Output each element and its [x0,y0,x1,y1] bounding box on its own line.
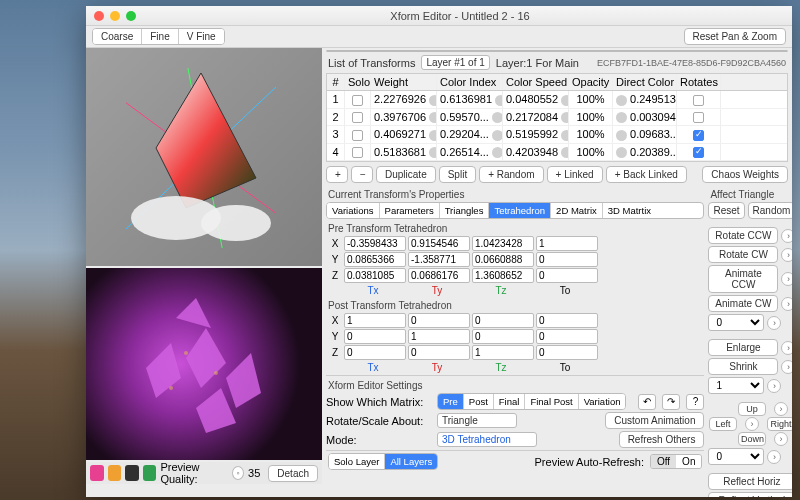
matrix-cell[interactable] [408,313,470,328]
matrix-cell[interactable] [408,252,470,267]
shrink-button[interactable]: Shrink [708,358,778,375]
subtab-parameters[interactable]: Parameters [380,203,440,218]
rotate-cw-button[interactable]: Rotate CW [708,246,778,263]
matrix-cell[interactable] [408,268,470,283]
palette-icon-3[interactable] [125,465,139,481]
matrix-cell[interactable] [472,268,534,283]
reflect-vert-button[interactable]: Reflect Vertical [708,492,792,497]
matrix-cell[interactable] [344,345,406,360]
matrix-cell[interactable] [344,268,406,283]
matrix-cell[interactable] [408,329,470,344]
col-num[interactable]: # [327,74,345,90]
palette-icon-1[interactable] [90,465,104,481]
matrix-cell[interactable] [408,345,470,360]
mode-select[interactable]: 3D Tetrahedron [437,432,537,447]
rotate-value-select[interactable]: 0 [708,314,764,331]
matrix-cell[interactable] [536,329,598,344]
palette-icon-2[interactable] [108,465,122,481]
chaos-weights-button[interactable]: Chaos Weights [702,166,788,183]
close-icon[interactable] [94,11,104,21]
split-button[interactable]: Split [439,166,476,183]
move-down-button[interactable]: Down [738,432,766,446]
matrix-cell[interactable] [536,236,598,251]
subtab-tetrahedron[interactable]: Tetrahedron [489,203,551,218]
affect-random[interactable]: Random [748,202,792,219]
subtab-3dmatrix[interactable]: 3D Matrtix [603,203,656,218]
table-row[interactable]: 20.3976706 0.59570... 0.2172084 100% 0.0… [327,109,787,127]
matrix-cell[interactable] [536,268,598,283]
matrix-cell[interactable] [472,345,534,360]
scale-value-select[interactable]: 1 [708,377,764,394]
subtab-variations[interactable]: Variations [327,203,380,218]
stepper-icon[interactable]: › [781,229,792,243]
subtab-2dmatrix[interactable]: 2D Matrix [551,203,603,218]
footer-all-layers[interactable]: All Layers [385,454,437,469]
col-colorspeed[interactable]: Color Speed [503,74,569,90]
tab-viewport[interactable]: Viewport [531,51,595,52]
matrix-cell[interactable] [344,236,406,251]
triangle-editor-canvas[interactable] [86,48,322,266]
reset-pan-zoom-button[interactable]: Reset Pan & Zoom [684,28,786,45]
show-post[interactable]: Post [464,394,494,409]
move-up-button[interactable]: Up [738,402,766,416]
matrix-cell[interactable] [472,236,534,251]
tab-composites[interactable]: Composites [724,51,787,52]
matrix-cell[interactable] [344,329,406,344]
help-icon[interactable]: ? [686,394,704,410]
zoom-fine[interactable]: Fine [142,29,178,44]
autorefresh-toggle[interactable]: Off On [650,454,703,469]
palette-icon-4[interactable] [143,465,157,481]
animate-ccw-button[interactable]: Animate CCW [708,265,778,293]
col-directcolor[interactable]: Direct Color [613,74,677,90]
custom-animation-button[interactable]: Custom Animation [605,412,704,429]
remove-button[interactable]: − [351,166,373,183]
tab-flame-params[interactable]: Flame Params [457,51,531,52]
animate-cw-button[interactable]: Animate CW [708,295,778,312]
matrix-cell[interactable] [344,252,406,267]
linked-button[interactable]: + Linked [547,166,603,183]
rotate-about-select[interactable]: Triangle [437,413,517,428]
tab-transforms[interactable]: Transforms [327,51,391,52]
col-rotates[interactable]: Rotates [677,74,721,90]
duplicate-button[interactable]: Duplicate [376,166,436,183]
move-value-select[interactable]: 0 [708,448,764,465]
zoom-vfine[interactable]: V Fine [179,29,224,44]
col-solo[interactable]: Solo [345,74,371,90]
minimize-icon[interactable] [110,11,120,21]
matrix-cell[interactable] [472,329,534,344]
show-variation[interactable]: Variation [579,394,626,409]
col-colorindex[interactable]: Color Index [437,74,503,90]
zoom-icon[interactable] [126,11,136,21]
enlarge-button[interactable]: Enlarge [708,339,778,356]
matrix-cell[interactable] [344,313,406,328]
redo-icon[interactable]: ↷ [662,394,680,410]
matrix-cell[interactable] [472,313,534,328]
matrix-cell[interactable] [472,252,534,267]
matrix-cell[interactable] [536,345,598,360]
reflect-horiz-button[interactable]: Reflect Horiz [708,473,792,490]
backlinked-button[interactable]: + Back Linked [606,166,687,183]
col-opacity[interactable]: Opacity [569,74,613,90]
subtab-triangles[interactable]: Triangles [440,203,490,218]
random-button[interactable]: + Random [479,166,543,183]
matrix-cell[interactable] [536,313,598,328]
fractal-preview[interactable] [86,268,322,460]
footer-solo-layer[interactable]: Solo Layer [329,454,385,469]
tab-final-xforms[interactable]: Final Xforms [391,51,456,52]
matrix-cell[interactable] [408,236,470,251]
tab-designer[interactable]: Designer [659,51,723,52]
tab-flam3[interactable]: Flam3 [595,51,659,52]
show-final[interactable]: Final [494,394,526,409]
col-weight[interactable]: Weight [371,74,437,90]
matrix-cell[interactable] [536,252,598,267]
zoom-coarse[interactable]: Coarse [93,29,142,44]
move-right-button[interactable]: Right [767,417,792,431]
show-finalpost[interactable]: Final Post [525,394,578,409]
rotate-ccw-button[interactable]: Rotate CCW [708,227,778,244]
move-left-button[interactable]: Left [709,417,737,431]
refresh-others-button[interactable]: Refresh Others [619,431,705,448]
table-row[interactable]: 30.4069271 0.29204... 0.5195992 100% 0.0… [327,126,787,144]
table-row[interactable]: 12.2276926 0.6136981 0.0480552 100% 0.24… [327,91,787,109]
undo-icon[interactable]: ↶ [638,394,656,410]
affect-reset[interactable]: Reset [708,202,744,219]
